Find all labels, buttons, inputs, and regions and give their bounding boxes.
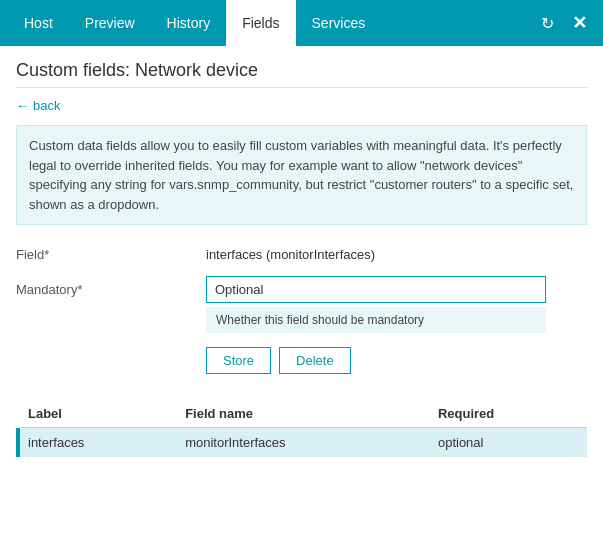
form-actions: Store Delete — [206, 347, 587, 374]
page-title: Custom fields: Network device — [16, 60, 587, 88]
row-required: optional — [430, 428, 587, 458]
col-required: Required — [430, 400, 587, 428]
tab-services[interactable]: Services — [296, 0, 382, 46]
col-field-name: Field name — [177, 400, 430, 428]
tab-preview[interactable]: Preview — [69, 0, 151, 46]
close-icon[interactable]: ✕ — [563, 7, 595, 39]
refresh-icon[interactable]: ↻ — [531, 7, 563, 39]
mandatory-label: Mandatory* — [16, 276, 206, 303]
mandatory-row: Mandatory* Whether this field should be … — [16, 276, 587, 333]
row-field-name: monitorInterfaces — [177, 428, 430, 458]
tab-host[interactable]: Host — [8, 0, 69, 46]
form-area: Field* interfaces (monitorInterfaces) Ma… — [16, 241, 587, 384]
nav-bar: Host Preview History Fields Services ↻ ✕ — [0, 0, 603, 46]
field-label: Field* — [16, 241, 206, 268]
delete-button[interactable]: Delete — [279, 347, 351, 374]
fields-table: Label Field name Required interfaces mon… — [16, 400, 587, 457]
info-box: Custom data fields allow you to easily f… — [16, 125, 587, 225]
back-arrow-icon: ← — [16, 98, 29, 113]
field-row: Field* interfaces (monitorInterfaces) — [16, 241, 587, 268]
tab-history[interactable]: History — [151, 0, 227, 46]
store-button[interactable]: Store — [206, 347, 271, 374]
table-row[interactable]: interfaces monitorInterfaces optional — [16, 428, 587, 458]
field-value: interfaces (monitorInterfaces) — [206, 241, 587, 268]
back-link[interactable]: ← back — [16, 98, 60, 113]
col-label: Label — [20, 400, 177, 428]
row-label: interfaces — [20, 428, 177, 458]
mandatory-hint: Whether this field should be mandatory — [206, 307, 546, 333]
tab-fields[interactable]: Fields — [226, 0, 295, 46]
mandatory-input[interactable] — [206, 276, 546, 303]
main-content: Custom fields: Network device ← back Cus… — [0, 46, 603, 471]
back-label: back — [33, 98, 60, 113]
